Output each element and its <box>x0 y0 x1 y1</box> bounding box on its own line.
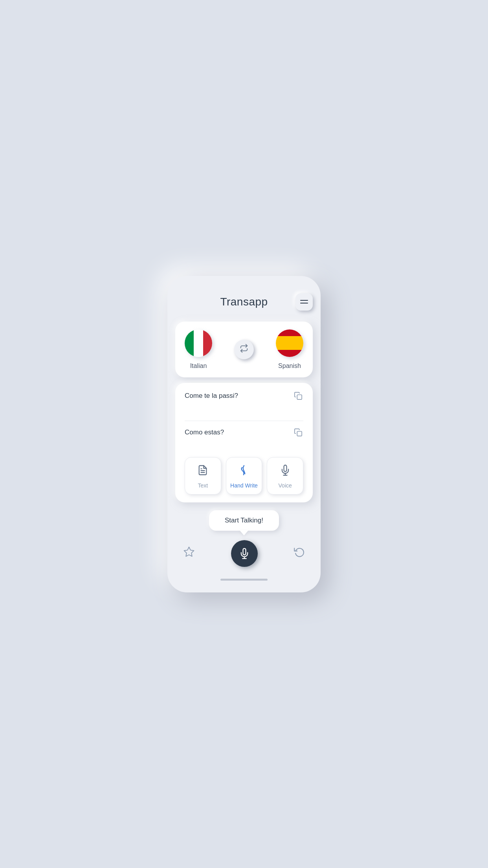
voice-mode-icon <box>280 465 291 478</box>
text-mode-label: Text <box>198 482 208 489</box>
flag-red <box>203 329 212 357</box>
header: Transapp <box>175 292 313 316</box>
menu-line-1 <box>300 300 308 301</box>
star-icon <box>183 546 195 558</box>
flag-green <box>185 329 194 357</box>
microphone-button[interactable] <box>231 540 258 567</box>
source-language-item[interactable]: Italian <box>185 329 212 370</box>
bottom-area: Start Talking! <box>175 508 313 567</box>
swap-languages-button[interactable] <box>234 340 254 359</box>
translation-divider <box>185 421 303 421</box>
italian-flag <box>185 329 212 357</box>
reset-icon <box>294 546 305 557</box>
handwrite-mode-button[interactable]: Hand Write <box>226 457 262 495</box>
flag-red-top <box>276 329 303 337</box>
target-language-label: Spanish <box>278 362 301 370</box>
menu-line-2 <box>300 303 308 303</box>
translated-text-section: Como estas? <box>185 427 303 451</box>
svg-marker-6 <box>184 547 194 557</box>
phone-frame: Transapp Italian <box>167 276 321 592</box>
tooltip-text: Start Talking! <box>225 517 263 524</box>
swap-icon <box>240 344 248 355</box>
translated-text: Como estas? <box>185 427 293 438</box>
target-language-item[interactable]: Spanish <box>276 329 303 370</box>
handwrite-mode-label: Hand Write <box>230 482 258 489</box>
voice-mode-button[interactable]: Voice <box>267 457 303 495</box>
microphone-icon <box>239 548 250 559</box>
app-title: Transapp <box>220 296 268 308</box>
favorites-button[interactable] <box>183 546 195 561</box>
reset-button[interactable] <box>294 546 305 560</box>
source-text-section: Come te la passi? <box>185 391 303 414</box>
flag-red-bottom <box>276 350 303 357</box>
language-selector: Italian <box>185 329 303 370</box>
input-modes: Text Hand Write <box>185 457 303 495</box>
copy-source-icon <box>294 393 303 402</box>
svg-rect-1 <box>297 431 302 436</box>
flag-yellow <box>276 336 303 350</box>
handwrite-mode-icon <box>238 465 250 478</box>
text-mode-icon <box>197 465 208 478</box>
bottom-controls <box>175 537 313 567</box>
svg-rect-0 <box>297 395 302 399</box>
menu-button[interactable] <box>295 293 313 311</box>
spanish-flag-bands <box>276 329 303 357</box>
text-mode-button[interactable]: Text <box>185 457 221 495</box>
source-text: Come te la passi? <box>185 391 293 401</box>
italian-flag-stripes <box>185 329 212 357</box>
start-talking-tooltip: Start Talking! <box>209 510 279 531</box>
copy-source-button[interactable] <box>293 391 303 403</box>
language-selector-card: Italian <box>175 322 313 377</box>
home-indicator <box>220 579 268 581</box>
copy-translated-button[interactable] <box>293 427 303 440</box>
spanish-flag <box>276 329 303 357</box>
copy-translated-icon <box>294 430 303 438</box>
source-language-label: Italian <box>190 362 207 370</box>
translation-card: Come te la passi? Como estas? <box>175 383 313 502</box>
app-container: Transapp Italian <box>175 292 313 581</box>
voice-mode-label: Voice <box>279 482 292 489</box>
flag-white <box>194 329 203 357</box>
